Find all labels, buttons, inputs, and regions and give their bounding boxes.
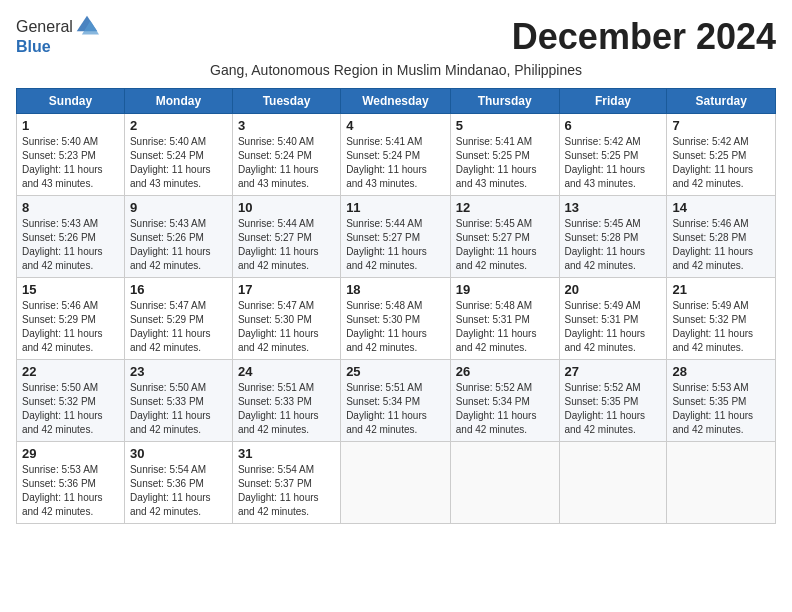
calendar-cell: 20 Sunrise: 5:49 AM Sunset: 5:31 PM Dayl… — [559, 278, 667, 360]
day-info: Sunrise: 5:46 AM Sunset: 5:29 PM Dayligh… — [22, 299, 119, 355]
weekday-header-monday: Monday — [124, 89, 232, 114]
daylight-label: Daylight: 11 hours and 43 minutes. — [346, 164, 427, 189]
sunrise-label: Sunrise: 5:41 AM — [456, 136, 532, 147]
day-info: Sunrise: 5:40 AM Sunset: 5:23 PM Dayligh… — [22, 135, 119, 191]
daylight-label: Daylight: 11 hours and 42 minutes. — [456, 410, 537, 435]
sunset-label: Sunset: 5:34 PM — [346, 396, 420, 407]
sunrise-label: Sunrise: 5:45 AM — [456, 218, 532, 229]
day-number: 18 — [346, 282, 445, 297]
calendar-cell: 28 Sunrise: 5:53 AM Sunset: 5:35 PM Dayl… — [667, 360, 776, 442]
calendar-cell: 22 Sunrise: 5:50 AM Sunset: 5:32 PM Dayl… — [17, 360, 125, 442]
calendar-cell: 31 Sunrise: 5:54 AM Sunset: 5:37 PM Dayl… — [232, 442, 340, 524]
sunset-label: Sunset: 5:25 PM — [456, 150, 530, 161]
day-number: 12 — [456, 200, 554, 215]
weekday-header-sunday: Sunday — [17, 89, 125, 114]
sunrise-label: Sunrise: 5:48 AM — [456, 300, 532, 311]
sunset-label: Sunset: 5:35 PM — [565, 396, 639, 407]
day-info: Sunrise: 5:49 AM Sunset: 5:31 PM Dayligh… — [565, 299, 662, 355]
day-number: 19 — [456, 282, 554, 297]
sunrise-label: Sunrise: 5:40 AM — [22, 136, 98, 147]
sunset-label: Sunset: 5:28 PM — [672, 232, 746, 243]
daylight-label: Daylight: 11 hours and 42 minutes. — [456, 246, 537, 271]
day-number: 6 — [565, 118, 662, 133]
daylight-label: Daylight: 11 hours and 42 minutes. — [22, 328, 103, 353]
sunset-label: Sunset: 5:31 PM — [456, 314, 530, 325]
day-info: Sunrise: 5:48 AM Sunset: 5:30 PM Dayligh… — [346, 299, 445, 355]
day-info: Sunrise: 5:48 AM Sunset: 5:31 PM Dayligh… — [456, 299, 554, 355]
daylight-label: Daylight: 11 hours and 42 minutes. — [22, 246, 103, 271]
day-info: Sunrise: 5:52 AM Sunset: 5:34 PM Dayligh… — [456, 381, 554, 437]
daylight-label: Daylight: 11 hours and 43 minutes. — [456, 164, 537, 189]
weekday-header-saturday: Saturday — [667, 89, 776, 114]
daylight-label: Daylight: 11 hours and 42 minutes. — [346, 410, 427, 435]
day-info: Sunrise: 5:41 AM Sunset: 5:24 PM Dayligh… — [346, 135, 445, 191]
sunset-label: Sunset: 5:32 PM — [22, 396, 96, 407]
daylight-label: Daylight: 11 hours and 43 minutes. — [130, 164, 211, 189]
sunrise-label: Sunrise: 5:46 AM — [22, 300, 98, 311]
sunrise-label: Sunrise: 5:51 AM — [346, 382, 422, 393]
daylight-label: Daylight: 11 hours and 42 minutes. — [672, 164, 753, 189]
day-info: Sunrise: 5:45 AM Sunset: 5:28 PM Dayligh… — [565, 217, 662, 273]
sunrise-label: Sunrise: 5:45 AM — [565, 218, 641, 229]
day-number: 15 — [22, 282, 119, 297]
calendar-cell: 17 Sunrise: 5:47 AM Sunset: 5:30 PM Dayl… — [232, 278, 340, 360]
calendar-cell: 23 Sunrise: 5:50 AM Sunset: 5:33 PM Dayl… — [124, 360, 232, 442]
sunrise-label: Sunrise: 5:42 AM — [672, 136, 748, 147]
calendar-cell: 13 Sunrise: 5:45 AM Sunset: 5:28 PM Dayl… — [559, 196, 667, 278]
calendar-cell: 5 Sunrise: 5:41 AM Sunset: 5:25 PM Dayli… — [450, 114, 559, 196]
sunset-label: Sunset: 5:28 PM — [565, 232, 639, 243]
calendar-cell — [341, 442, 451, 524]
day-info: Sunrise: 5:43 AM Sunset: 5:26 PM Dayligh… — [130, 217, 227, 273]
logo-text: General Blue — [16, 16, 99, 56]
daylight-label: Daylight: 11 hours and 43 minutes. — [22, 164, 103, 189]
subtitle: Gang, Autonomous Region in Muslim Mindan… — [16, 62, 776, 78]
daylight-label: Daylight: 11 hours and 42 minutes. — [672, 410, 753, 435]
calendar-cell: 3 Sunrise: 5:40 AM Sunset: 5:24 PM Dayli… — [232, 114, 340, 196]
logo-icon — [75, 14, 99, 38]
calendar-cell: 16 Sunrise: 5:47 AM Sunset: 5:29 PM Dayl… — [124, 278, 232, 360]
daylight-label: Daylight: 11 hours and 42 minutes. — [565, 246, 646, 271]
day-number: 4 — [346, 118, 445, 133]
sunrise-label: Sunrise: 5:52 AM — [565, 382, 641, 393]
day-number: 29 — [22, 446, 119, 461]
daylight-label: Daylight: 11 hours and 42 minutes. — [346, 246, 427, 271]
sunrise-label: Sunrise: 5:53 AM — [22, 464, 98, 475]
sunrise-label: Sunrise: 5:50 AM — [22, 382, 98, 393]
calendar-cell: 6 Sunrise: 5:42 AM Sunset: 5:25 PM Dayli… — [559, 114, 667, 196]
sunrise-label: Sunrise: 5:42 AM — [565, 136, 641, 147]
calendar-cell: 24 Sunrise: 5:51 AM Sunset: 5:33 PM Dayl… — [232, 360, 340, 442]
day-info: Sunrise: 5:54 AM Sunset: 5:37 PM Dayligh… — [238, 463, 335, 519]
day-number: 20 — [565, 282, 662, 297]
calendar-cell: 9 Sunrise: 5:43 AM Sunset: 5:26 PM Dayli… — [124, 196, 232, 278]
weekday-header-tuesday: Tuesday — [232, 89, 340, 114]
calendar-cell: 19 Sunrise: 5:48 AM Sunset: 5:31 PM Dayl… — [450, 278, 559, 360]
calendar-cell: 30 Sunrise: 5:54 AM Sunset: 5:36 PM Dayl… — [124, 442, 232, 524]
sunset-label: Sunset: 5:25 PM — [672, 150, 746, 161]
calendar-cell: 10 Sunrise: 5:44 AM Sunset: 5:27 PM Dayl… — [232, 196, 340, 278]
day-info: Sunrise: 5:42 AM Sunset: 5:25 PM Dayligh… — [565, 135, 662, 191]
daylight-label: Daylight: 11 hours and 42 minutes. — [565, 410, 646, 435]
day-number: 7 — [672, 118, 770, 133]
day-number: 26 — [456, 364, 554, 379]
day-number: 1 — [22, 118, 119, 133]
sunset-label: Sunset: 5:29 PM — [130, 314, 204, 325]
day-number: 28 — [672, 364, 770, 379]
sunrise-label: Sunrise: 5:40 AM — [238, 136, 314, 147]
logo: General Blue — [16, 16, 99, 56]
day-info: Sunrise: 5:51 AM Sunset: 5:34 PM Dayligh… — [346, 381, 445, 437]
calendar-week-1: 1 Sunrise: 5:40 AM Sunset: 5:23 PM Dayli… — [17, 114, 776, 196]
calendar-table: SundayMondayTuesdayWednesdayThursdayFrid… — [16, 88, 776, 524]
daylight-label: Daylight: 11 hours and 42 minutes. — [456, 328, 537, 353]
daylight-label: Daylight: 11 hours and 43 minutes. — [565, 164, 646, 189]
logo-blue-text: Blue — [16, 38, 51, 55]
day-info: Sunrise: 5:44 AM Sunset: 5:27 PM Dayligh… — [238, 217, 335, 273]
sunrise-label: Sunrise: 5:46 AM — [672, 218, 748, 229]
calendar-cell: 2 Sunrise: 5:40 AM Sunset: 5:24 PM Dayli… — [124, 114, 232, 196]
sunset-label: Sunset: 5:26 PM — [22, 232, 96, 243]
sunset-label: Sunset: 5:24 PM — [346, 150, 420, 161]
sunrise-label: Sunrise: 5:53 AM — [672, 382, 748, 393]
calendar-week-4: 22 Sunrise: 5:50 AM Sunset: 5:32 PM Dayl… — [17, 360, 776, 442]
calendar-cell: 29 Sunrise: 5:53 AM Sunset: 5:36 PM Dayl… — [17, 442, 125, 524]
day-number: 21 — [672, 282, 770, 297]
daylight-label: Daylight: 11 hours and 42 minutes. — [238, 410, 319, 435]
